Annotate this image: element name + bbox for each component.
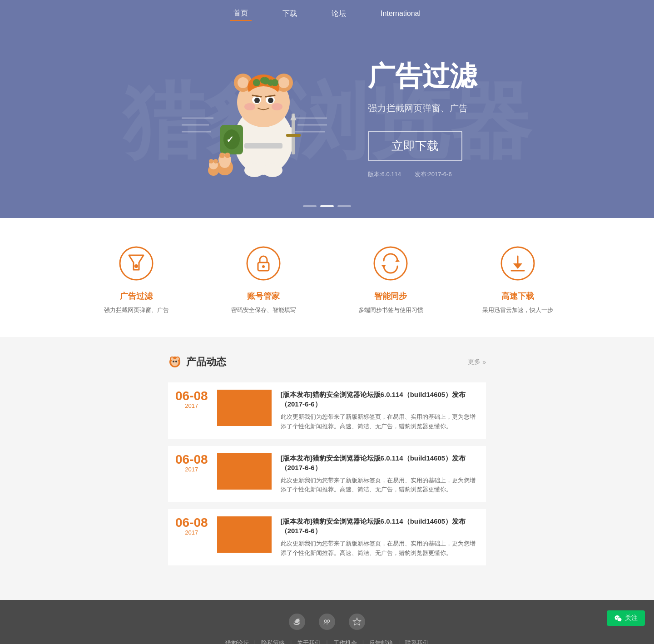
nav-item-1[interactable]: 下载 xyxy=(279,7,301,20)
wechat-follow-button[interactable]: 关注 xyxy=(607,610,645,626)
svg-point-69 xyxy=(324,620,327,622)
news-day-1: 06-08 xyxy=(175,453,208,466)
weibo-icon[interactable] xyxy=(289,614,305,630)
news-content-2: [版本发布]猎豹安全浏览器论坛版6.0.114（build14605）发布（20… xyxy=(281,516,479,558)
footer-link-3[interactable]: 工作机会 xyxy=(328,639,362,644)
svg-point-35 xyxy=(263,163,282,177)
feature-title-ad-filter: 广告过滤 xyxy=(82,291,191,302)
svg-point-20 xyxy=(268,98,273,103)
svg-marker-56 xyxy=(382,265,386,268)
svg-point-68 xyxy=(175,361,177,362)
news-day-2: 06-08 xyxy=(175,516,208,529)
version-label: 版本:6.0.114 xyxy=(368,170,401,178)
news-more-button[interactable]: 更多 » xyxy=(468,358,486,366)
news-thumb-2 xyxy=(217,516,272,553)
news-thumb-1 xyxy=(217,453,272,490)
footer-links: 猎豹论坛|隐私策略|关于我们|工作机会|反馈邮箱|联系我们 xyxy=(0,639,654,644)
svg-point-39 xyxy=(225,153,230,158)
news-day-0: 06-08 xyxy=(175,390,208,402)
svg-point-23 xyxy=(244,103,255,110)
footer-social xyxy=(0,614,654,630)
wechat-icon xyxy=(614,614,622,622)
feature-icon-fast-download xyxy=(500,245,536,282)
hero-title: 广告过滤 xyxy=(368,58,477,95)
feature-icon-account-manager xyxy=(245,245,282,282)
download-button[interactable]: 立即下载 xyxy=(368,131,462,161)
svg-marker-55 xyxy=(395,259,400,262)
feature-desc-ad-filter: 强力拦截网页弹窗、广告 xyxy=(82,306,191,314)
svg-marker-71 xyxy=(353,618,361,625)
svg-point-44 xyxy=(213,159,218,163)
footer-link-5[interactable]: 联系我们 xyxy=(400,639,434,644)
news-header: 产品动态 更多 » xyxy=(168,355,486,369)
svg-rect-31 xyxy=(286,134,301,137)
footer-link-0[interactable]: 猎豹论坛 xyxy=(220,639,254,644)
feature-item-account-manager: 账号管家 密码安全保存、智能填写 xyxy=(200,245,327,314)
svg-point-43 xyxy=(209,159,213,163)
feature-desc-fast-download: 采用迅雷云加速，快人一步 xyxy=(463,306,572,314)
slider-dots xyxy=(303,205,351,207)
nav-item-2[interactable]: 论坛 xyxy=(328,7,350,20)
svg-point-54 xyxy=(374,247,407,280)
svg-point-67 xyxy=(173,361,174,362)
news-thumb-0 xyxy=(217,390,272,426)
news-content-1: [版本发布]猎豹安全浏览器论坛版6.0.114（build14605）发布（20… xyxy=(281,453,479,495)
svg-point-48 xyxy=(120,247,153,280)
footer-link-2[interactable]: 关于我们 xyxy=(292,639,326,644)
news-item-desc-2: 此次更新我们为您带来了新版新标签页，在易用、实用的基础上，更为您增添了个性化新闻… xyxy=(281,539,479,558)
features-section: 广告过滤 强力拦截网页弹窗、广告 账号管家 密码安全保存、智能填写 智能同步 多… xyxy=(0,218,654,337)
news-item-2[interactable]: 06-08 2017 [版本发布]猎豹安全浏览器论坛版6.0.114（build… xyxy=(168,509,486,565)
slider-dot-2[interactable] xyxy=(320,205,334,207)
svg-marker-59 xyxy=(513,263,522,269)
news-item-1[interactable]: 06-08 2017 [版本发布]猎豹安全浏览器论坛版6.0.114（build… xyxy=(168,446,486,502)
news-content-0: [版本发布]猎豹安全浏览器论坛版6.0.114（build14605）发布（20… xyxy=(281,390,479,431)
news-list: 06-08 2017 [版本发布]猎豹安全浏览器论坛版6.0.114（build… xyxy=(168,382,486,565)
feature-title-account-manager: 账号管家 xyxy=(209,291,318,302)
svg-point-50 xyxy=(134,264,138,268)
svg-text:✓: ✓ xyxy=(226,134,234,144)
svg-point-47 xyxy=(268,79,274,86)
feature-desc-account-manager: 密码安全保存、智能填写 xyxy=(209,306,318,314)
footer-link-4[interactable]: 反馈邮箱 xyxy=(364,639,398,644)
svg-point-24 xyxy=(272,103,282,110)
svg-point-66 xyxy=(171,359,178,366)
svg-point-45 xyxy=(253,79,259,86)
wechat-label: 关注 xyxy=(625,614,638,622)
star-icon[interactable] xyxy=(349,614,365,630)
feature-title-fast-download: 高速下载 xyxy=(463,291,572,302)
slider-dot-3[interactable] xyxy=(337,205,351,207)
news-date-2: 06-08 2017 xyxy=(175,516,208,536)
footer: 猎豹论坛|隐私策略|关于我们|工作机会|反馈邮箱|联系我们 京ICP备 1203… xyxy=(0,600,654,644)
svg-point-19 xyxy=(254,98,260,103)
header: 首页下载论坛International xyxy=(0,0,654,27)
news-title-group: 产品动态 xyxy=(168,355,226,369)
news-section: 产品动态 更多 » 06-08 2017 [版本发布]猎豹安全浏览器论坛版6.0… xyxy=(0,337,654,600)
footer-link-1[interactable]: 隐私策略 xyxy=(256,639,290,644)
feature-title-smart-sync: 智能同步 xyxy=(336,291,445,302)
svg-marker-32 xyxy=(290,114,297,120)
renren-icon[interactable] xyxy=(319,614,335,630)
feature-item-fast-download: 高速下载 采用迅雷云加速，快人一步 xyxy=(454,245,581,314)
news-item-title-2: [版本发布]猎豹安全浏览器论坛版6.0.114（build14605）发布（20… xyxy=(281,516,479,535)
svg-point-40 xyxy=(220,159,230,168)
svg-point-38 xyxy=(219,153,225,158)
news-item-title-0: [版本发布]猎豹安全浏览器论坛版6.0.114（build14605）发布（20… xyxy=(281,390,479,409)
feature-desc-smart-sync: 多端同步书签与使用习惯 xyxy=(336,306,445,314)
news-item-0[interactable]: 06-08 2017 [版本发布]猎豹安全浏览器论坛版6.0.114（build… xyxy=(168,382,486,439)
nav-item-0[interactable]: 首页 xyxy=(230,7,252,21)
nav-item-3[interactable]: International xyxy=(377,8,424,20)
news-section-title: 产品动态 xyxy=(186,355,226,369)
svg-point-10 xyxy=(238,77,248,88)
release-label: 发布:2017-6-6 xyxy=(415,170,452,178)
news-year-1: 2017 xyxy=(175,466,208,473)
news-year-2: 2017 xyxy=(175,529,208,536)
svg-point-46 xyxy=(260,77,267,84)
news-date-0: 06-08 2017 xyxy=(175,390,208,409)
news-item-desc-0: 此次更新我们为您带来了新版新标签页，在易用、实用的基础上，更为您增添了个性化新闻… xyxy=(281,412,479,431)
slider-dot-1[interactable] xyxy=(303,205,317,207)
news-year-0: 2017 xyxy=(175,402,208,409)
hero-subtitle: 强力拦截网页弹窗、广告 xyxy=(368,102,477,114)
news-item-title-1: [版本发布]猎豹安全浏览器论坛版6.0.114（build14605）发布（20… xyxy=(281,453,479,472)
main-nav: 首页下载论坛International xyxy=(230,7,424,21)
feature-icon-ad-filter xyxy=(118,245,154,282)
